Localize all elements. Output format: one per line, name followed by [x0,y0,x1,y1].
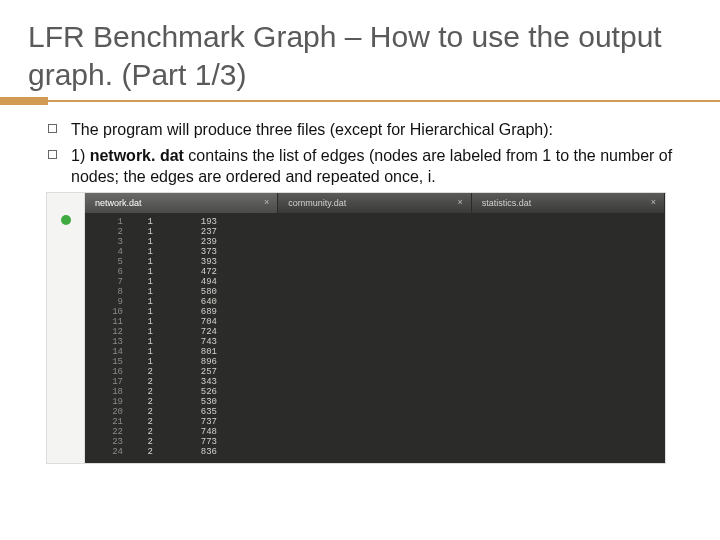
edge-col-a: 2 [131,437,153,447]
line-number: 6 [85,267,123,277]
line-gutter: 123456789101112131415161718192021222324 [85,213,131,463]
tab-label: community.dat [288,198,346,208]
line-number: 5 [85,257,123,267]
edge-col-b: 373 [171,247,217,257]
slide: LFR Benchmark Graph – How to use the out… [0,0,720,464]
line-number: 23 [85,437,123,447]
edge-col-b: 896 [171,357,217,367]
edge-col-a: 1 [131,277,153,287]
edge-col-a: 1 [131,217,153,227]
line-number: 2 [85,227,123,237]
line-number: 9 [85,297,123,307]
edge-col-a: 1 [131,307,153,317]
line-number: 13 [85,337,123,347]
edge-col-b: 748 [171,427,217,437]
bullet-item: 1) network. dat contains the list of edg… [48,145,692,188]
bullet-marker-icon [48,124,57,133]
edge-col-b: 640 [171,297,217,307]
edge-col-b: 237 [171,227,217,237]
line-number: 8 [85,287,123,297]
bullet-text: 1) network. dat contains the list of edg… [71,145,692,188]
title-divider [0,97,720,105]
edge-col-a: 1 [131,337,153,347]
edge-col-b: 239 [171,237,217,247]
line-number: 19 [85,397,123,407]
line-number: 15 [85,357,123,367]
edge-col-b: 704 [171,317,217,327]
edge-col-a: 2 [131,427,153,437]
edge-col-b: 472 [171,267,217,277]
edge-col-b: 801 [171,347,217,357]
edge-col-a: 1 [131,297,153,307]
line-number: 20 [85,407,123,417]
edge-col-a: 1 [131,327,153,337]
edge-col-b: 737 [171,417,217,427]
line-number: 17 [85,377,123,387]
edge-col-b: 773 [171,437,217,447]
edge-col-b: 526 [171,387,217,397]
edge-col-b: 494 [171,277,217,287]
editor-tab[interactable]: community.dat× [278,193,471,213]
edge-col-a: 2 [131,387,153,397]
edge-col-b: 635 [171,407,217,417]
line-number: 7 [85,277,123,287]
edge-col-a: 1 [131,227,153,237]
close-icon[interactable]: × [264,197,269,207]
bullet-marker-icon [48,150,57,159]
edge-col-b: 580 [171,287,217,297]
line-number: 21 [85,417,123,427]
code-columns: 111111111111111222222222 193237239373393… [131,213,221,463]
edge-col-b: 743 [171,337,217,347]
line-number: 4 [85,247,123,257]
bullet-text: The program will produce three files (ex… [71,119,553,141]
line-number: 3 [85,237,123,247]
bullet-item: The program will produce three files (ex… [48,119,692,141]
edge-col-b: 530 [171,397,217,407]
edge-col-a: 2 [131,417,153,427]
close-icon[interactable]: × [651,197,656,207]
tab-label: network.dat [95,198,142,208]
editor-side-strip [47,193,85,463]
line-number: 10 [85,307,123,317]
code-area: 123456789101112131415161718192021222324 … [85,213,665,463]
slide-title: LFR Benchmark Graph – How to use the out… [28,18,692,93]
edge-col-a: 2 [131,367,153,377]
line-number: 22 [85,427,123,437]
edge-col-a: 2 [131,377,153,387]
edge-col-a: 1 [131,247,153,257]
edge-col-b: 724 [171,327,217,337]
edge-col-a: 1 [131,347,153,357]
line-number: 12 [85,327,123,337]
edge-col-a: 1 [131,287,153,297]
edge-col-a: 1 [131,317,153,327]
edge-col-a: 2 [131,397,153,407]
editor-screenshot: network.dat×community.dat×statistics.dat… [46,192,666,464]
edge-col-a: 2 [131,407,153,417]
edge-col-b: 257 [171,367,217,377]
editor-tab[interactable]: network.dat× [85,193,278,213]
tab-bar: network.dat×community.dat×statistics.dat… [85,193,665,213]
line-number: 24 [85,447,123,457]
close-icon[interactable]: × [457,197,462,207]
line-number: 11 [85,317,123,327]
tab-label: statistics.dat [482,198,532,208]
line-number: 1 [85,217,123,227]
edge-col-a: 1 [131,267,153,277]
edge-col-b: 393 [171,257,217,267]
edge-col-b: 193 [171,217,217,227]
edge-col-a: 1 [131,357,153,367]
status-dot-icon [61,215,71,225]
line-number: 18 [85,387,123,397]
editor-tab[interactable]: statistics.dat× [472,193,665,213]
line-number: 14 [85,347,123,357]
edge-col-b: 343 [171,377,217,387]
content-area: The program will produce three files (ex… [28,119,692,464]
edge-col-a: 1 [131,237,153,247]
edge-col-a: 1 [131,257,153,267]
edge-col-a: 2 [131,447,153,457]
edge-col-b: 836 [171,447,217,457]
line-number: 16 [85,367,123,377]
edge-col-b: 689 [171,307,217,317]
